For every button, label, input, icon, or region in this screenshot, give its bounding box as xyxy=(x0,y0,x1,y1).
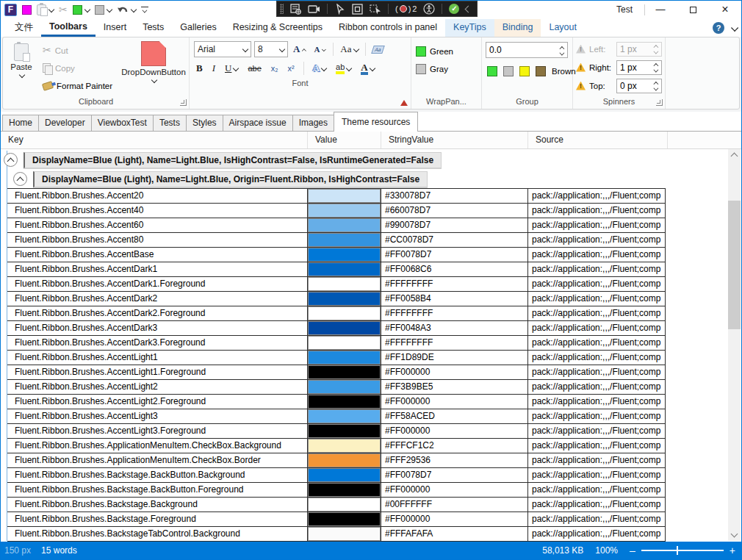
group-swatch-button-0[interactable] xyxy=(487,66,497,76)
dropdown-button[interactable]: DropDownButton xyxy=(118,40,189,96)
cut-button[interactable]: ✂Cut xyxy=(43,42,118,60)
tab-tests[interactable]: Tests xyxy=(153,115,187,131)
collapse-toolbar-chevron-icon[interactable] xyxy=(465,5,472,12)
column-header-stringvalue[interactable]: StringValue xyxy=(381,132,528,148)
toolbar-enabled-check-icon[interactable]: ✓ xyxy=(449,4,459,14)
spinners-dialog-launcher[interactable] xyxy=(656,99,663,106)
superscript-button[interactable]: x² xyxy=(286,64,297,73)
group-header-row-2[interactable]: DisplayName=Blue (Light), Name=Light.Blu… xyxy=(1,168,741,187)
scroll-down-icon[interactable] xyxy=(731,531,738,538)
table-row[interactable]: Fluent.Ribbon.Brushes.Backstage.BackButt… xyxy=(7,483,666,498)
table-row[interactable]: Fluent.Ribbon.Brushes.AccentDark2.Foregr… xyxy=(7,306,666,321)
underline-button[interactable]: U xyxy=(223,62,240,74)
cut-scissors-icon[interactable]: ✂ xyxy=(59,5,68,15)
spin-down-icon[interactable] xyxy=(560,51,564,55)
spin-down-icon[interactable] xyxy=(654,87,658,91)
word-count-label[interactable]: 15 words xyxy=(41,545,77,556)
zoom-out-button[interactable]: – xyxy=(630,546,635,555)
ribbon-tab-文件[interactable]: 文件 xyxy=(7,19,41,37)
help-button[interactable]: ? xyxy=(713,22,724,34)
format-painter-button[interactable]: Format Painter xyxy=(43,77,118,95)
tab-styles[interactable]: Styles xyxy=(186,115,223,131)
shrink-font-button[interactable]: A xyxy=(311,45,328,54)
qat-gray-split-button[interactable] xyxy=(95,5,112,15)
table-row[interactable]: Fluent.Ribbon.Brushes.Backstage.Backgrou… xyxy=(7,498,666,512)
highlight-button[interactable]: ab xyxy=(334,62,353,74)
table-row[interactable]: Fluent.Ribbon.Brushes.ApplicationMenuIte… xyxy=(7,439,666,453)
change-case-button[interactable]: Aa xyxy=(338,43,360,55)
chevron-down-icon[interactable] xyxy=(48,7,54,12)
table-row[interactable]: Fluent.Ribbon.Brushes.AccentLight3.Foreg… xyxy=(7,424,666,439)
app-logo-icon[interactable]: F xyxy=(4,4,17,16)
group-header-row-1[interactable]: DisplayName=Blue (Light), Name=Light.Blu… xyxy=(1,149,741,168)
right-spinner[interactable]: 1 px xyxy=(616,60,662,75)
table-row[interactable]: Fluent.Ribbon.Brushes.Accent80#CC0078D7p… xyxy=(7,233,666,248)
table-row[interactable]: Fluent.Ribbon.Brushes.AccentLight2#FF3B9… xyxy=(7,380,666,395)
vertical-scrollbar[interactable] xyxy=(728,149,741,541)
zoom-in-button[interactable]: + xyxy=(730,546,735,555)
clipboard-dialog-launcher[interactable] xyxy=(180,99,187,106)
spin-up-icon[interactable] xyxy=(560,45,564,49)
group-swatch-button-1[interactable] xyxy=(503,66,514,76)
clear-formatting-button[interactable]: Aa xyxy=(370,46,386,54)
font-size-select[interactable]: 8 xyxy=(254,41,288,57)
spin-up-icon[interactable] xyxy=(654,81,658,85)
zoom-level-label[interactable]: 100% xyxy=(595,545,618,556)
undo-button[interactable] xyxy=(117,5,136,15)
top-spinner[interactable]: 0 px xyxy=(616,79,662,93)
table-row[interactable]: Fluent.Ribbon.Brushes.AccentLight1#FF1D8… xyxy=(7,351,666,365)
scrollbar-thumb[interactable] xyxy=(728,201,741,329)
group-swatch-button-2[interactable] xyxy=(519,66,530,76)
ribbon-tab-resizing-screentips[interactable]: Resizing & Screentips xyxy=(225,19,331,37)
column-header-source[interactable]: Source xyxy=(528,132,668,148)
paste-button[interactable]: Paste xyxy=(3,40,40,96)
table-row[interactable]: Fluent.Ribbon.Brushes.AccentDark3.Foregr… xyxy=(7,336,666,351)
column-header-key[interactable]: Key xyxy=(1,132,308,148)
tab-theme-resources[interactable]: Theme resources xyxy=(334,112,418,132)
table-row[interactable]: Fluent.Ribbon.Brushes.Accent40#660078D7p… xyxy=(7,204,666,218)
tab-home[interactable]: Home xyxy=(2,115,39,131)
accessibility-checker-icon[interactable] xyxy=(423,3,435,15)
enable-selection-icon[interactable] xyxy=(334,4,345,15)
column-header-value[interactable]: Value xyxy=(308,132,381,148)
qat-paste-button[interactable] xyxy=(37,4,54,15)
green-button[interactable]: Green xyxy=(411,43,481,60)
table-row[interactable]: Fluent.Ribbon.Brushes.AccentLight2.Foreg… xyxy=(7,395,666,409)
ribbon-tab-ribbon-controls-in-panel[interactable]: Ribbon controls in panel xyxy=(331,19,445,37)
live-visual-tree-icon[interactable] xyxy=(290,4,301,15)
chevron-down-icon[interactable] xyxy=(84,7,90,12)
drag-grip-icon[interactable] xyxy=(280,4,284,14)
binding-failures-button[interactable]: ()2 xyxy=(395,4,417,13)
font-dialog-launcher[interactable] xyxy=(400,100,408,106)
zoom-slider[interactable]: – + xyxy=(630,546,735,555)
magenta-color-button[interactable] xyxy=(22,5,32,15)
ribbon-tab-layout[interactable]: Layout xyxy=(541,19,585,37)
chevron-down-icon[interactable] xyxy=(107,7,112,12)
table-row[interactable]: Fluent.Ribbon.Brushes.Accent60#990078D7p… xyxy=(7,218,666,233)
maximize-button[interactable] xyxy=(677,1,709,19)
qat-green-split-button[interactable] xyxy=(73,5,90,15)
font-family-select[interactable]: Arial xyxy=(194,41,251,57)
ribbon-tab-insert[interactable]: Insert xyxy=(96,19,134,37)
zoom-slider-track[interactable] xyxy=(641,546,724,555)
spin-down-icon[interactable] xyxy=(654,68,658,73)
table-row[interactable]: Fluent.Ribbon.Brushes.AccentDark1#FF0068… xyxy=(7,262,666,277)
display-layout-adorners-icon[interactable] xyxy=(352,4,363,15)
scroll-up-icon[interactable] xyxy=(731,153,738,160)
tab-developer[interactable]: Developer xyxy=(38,115,92,131)
chevron-down-icon[interactable] xyxy=(131,7,136,12)
close-button[interactable]: × xyxy=(709,1,741,19)
italic-button[interactable]: I xyxy=(210,62,217,74)
minimize-button[interactable]: — xyxy=(644,1,677,19)
table-row[interactable]: Fluent.Ribbon.Brushes.AccentDark1.Foregr… xyxy=(7,277,666,292)
table-row[interactable]: Fluent.Ribbon.Brushes.AccentDark2#FF0058… xyxy=(7,292,666,306)
table-row[interactable]: Fluent.Ribbon.Brushes.AccentBase#FF0078D… xyxy=(7,248,666,262)
ribbon-tab-tests[interactable]: Tests xyxy=(134,19,172,37)
collapse-ribbon-chevron-icon[interactable] xyxy=(731,25,737,31)
tab-airspace-issue[interactable]: Airspace issue xyxy=(223,115,293,131)
group-swatch-button-3[interactable] xyxy=(536,66,546,76)
strikethrough-button[interactable]: abe xyxy=(245,64,263,73)
ribbon-tab-keytips[interactable]: KeyTips xyxy=(445,19,494,37)
toolbar-overflow-button[interactable] xyxy=(141,7,148,13)
tab-viewboxtest[interactable]: ViewboxTest xyxy=(91,115,154,131)
